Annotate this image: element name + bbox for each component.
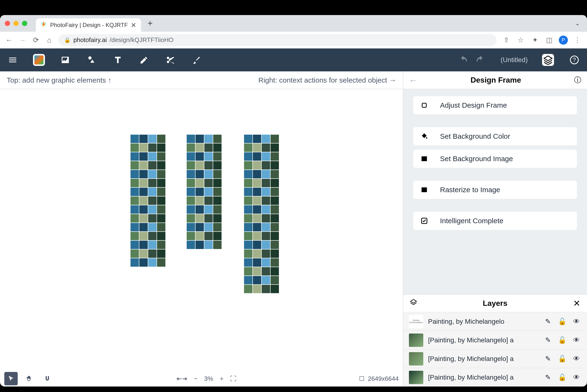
layers-icon [543,55,553,65]
layer-edit-button[interactable]: ✎ [543,318,552,326]
magnet-icon [44,375,51,382]
browser-tab[interactable]: 🧚 PhotoFairy | Design - KQJRTF ✕ [36,18,141,32]
layer-visibility-button[interactable]: 👁 [572,355,581,363]
rasterize-button[interactable]: Rasterize to Image [413,181,577,199]
canvas-object-grid-1[interactable] [120,134,166,267]
main-area: Top: add new graphic elements ↑ Right: c… [0,72,587,386]
canvas-object-grid-2[interactable] [176,134,222,249]
close-tab-icon[interactable]: ✕ [131,21,136,29]
tabs-dropdown-icon[interactable]: ⌄ [573,20,582,27]
url-input[interactable]: 🔒 photofairy.ai/design/kQJRTFTiioHO [58,34,497,46]
layer-thumbnail [409,334,423,347]
document-title[interactable]: (Untitled) [500,56,528,64]
brush-tool-button[interactable] [191,54,203,66]
cursor-tool[interactable] [4,372,18,385]
cut-tool-button[interactable] [164,54,176,66]
layer-name: Painting, by Michelangelo [428,318,538,326]
bookmark-icon[interactable]: ☆ [516,36,525,44]
snap-tool[interactable] [41,372,54,385]
aspect-checkbox-icon[interactable]: ☐ [359,375,365,382]
svg-rect-5 [422,103,426,108]
canvas-object-grid-3[interactable] [233,134,279,294]
layer-name: [Painting, by Michelangelo] a [428,336,538,344]
cursor-icon [8,375,14,382]
panel-info-button[interactable]: ⓘ [574,75,581,85]
panel-actions: Adjust Design Frame Set Background Color… [403,89,587,237]
intelligent-complete-button[interactable]: Intelligent Complete [413,212,577,230]
fullscreen-button[interactable]: ⛶ [230,375,236,382]
redo-icon [475,55,485,65]
shapes-icon [87,55,96,65]
design-icon [34,55,44,65]
layer-visibility-button[interactable]: 👁 [572,318,581,326]
layer-edit-button[interactable]: ✎ [543,336,552,344]
app-window: 🧚 PhotoFairy | Design - KQJRTF ✕ + ⌄ ← →… [0,15,587,386]
new-tab-button[interactable]: + [145,18,156,28]
redo-button[interactable] [474,54,486,66]
layers-toggle-button[interactable] [542,54,554,66]
design-canvas[interactable] [0,89,403,371]
panel-header: ← Design Frame ⓘ [403,72,587,89]
undo-icon [459,55,468,65]
nav-reload-button[interactable]: ⟳ [32,36,40,44]
layer-name: [Painting, by Michelangelo] a [428,355,538,363]
zoom-out-button[interactable]: − [194,375,197,382]
shapes-tool-button[interactable] [86,54,98,66]
scissors-icon [166,55,175,65]
nav-home-button[interactable]: ⌂ [45,36,54,44]
layer-row[interactable]: [Painting, by Michelangelo] a ✎ 🔓 👁 [403,331,587,349]
help-button[interactable]: ? [568,54,580,66]
minimize-window-button[interactable] [13,21,19,26]
nav-forward-button[interactable]: → [18,36,27,44]
layer-edit-button[interactable]: ✎ [543,355,552,363]
close-window-button[interactable] [5,21,10,26]
layer-thumbnail [409,371,423,384]
share-icon[interactable]: ⇧ [501,36,511,44]
tab-title: PhotoFairy | Design - KQJRTF [50,22,128,28]
fit-width-button[interactable]: ⇤⇥ [177,375,187,382]
layer-thumbnail: Painting,by Michelangelo [409,315,423,328]
kebab-menu-icon[interactable]: ⋮ [573,36,582,44]
layer-lock-button[interactable]: 🔓 [557,374,567,381]
layer-lock-button[interactable]: 🔓 [557,318,567,326]
layer-visibility-button[interactable]: 👁 [572,374,581,381]
draw-tool-button[interactable] [138,54,150,66]
extensions-icon[interactable]: ✦ [530,36,540,44]
layer-name: [Painting, by Michelangelo] a [428,374,538,381]
image-tool-button[interactable] [59,54,71,66]
panel-back-button[interactable]: ← [409,75,418,85]
bgcolor-button[interactable]: Set Background Color [413,127,577,146]
canvas-status-bar: ⇤⇥ − 3% + ⛶ ☐ 2649x6644 [0,371,403,386]
app-toolbar: (Untitled) ? [0,48,587,72]
layer-lock-button[interactable]: 🔓 [557,355,567,363]
text-tool-button[interactable] [112,54,124,66]
layer-row[interactable]: [Painting, by Michelangelo] a ✎ 🔓 👁 [403,368,587,386]
layer-row[interactable]: Painting,by Michelangelo Painting, by Mi… [403,312,587,331]
lock-icon: 🔒 [64,37,71,43]
hint-bar: Top: add new graphic elements ↑ Right: c… [0,72,403,89]
image-icon [420,155,429,162]
layer-visibility-button[interactable]: 👁 [572,336,581,344]
zoom-in-button[interactable]: + [220,375,223,382]
pan-tool[interactable] [23,372,36,385]
hand-icon [26,375,33,382]
canvas-wrap: Top: add new graphic elements ↑ Right: c… [0,72,403,386]
profile-avatar[interactable]: P [559,36,568,45]
design-tool-button[interactable] [33,54,45,66]
layers-icon [410,299,417,308]
canvas-dimensions: 2649x6644 [368,375,399,382]
menu-button[interactable] [7,54,19,66]
nav-back-button[interactable]: ← [5,36,13,44]
undo-button[interactable] [457,54,469,66]
side-panel-icon[interactable]: ◫ [544,36,554,44]
hamburger-icon [8,55,18,65]
layer-row[interactable]: [Painting, by Michelangelo] a ✎ 🔓 👁 [403,349,587,368]
layer-edit-button[interactable]: ✎ [543,374,552,381]
layers-close-button[interactable]: ✕ [573,298,580,308]
svg-point-2 [167,61,169,63]
fill-icon [420,133,429,140]
bgimage-button[interactable]: Set Background Image [413,150,577,168]
layer-lock-button[interactable]: 🔓 [557,336,567,344]
maximize-window-button[interactable] [22,21,27,26]
adjust-frame-button[interactable]: Adjust Design Frame [413,96,577,114]
